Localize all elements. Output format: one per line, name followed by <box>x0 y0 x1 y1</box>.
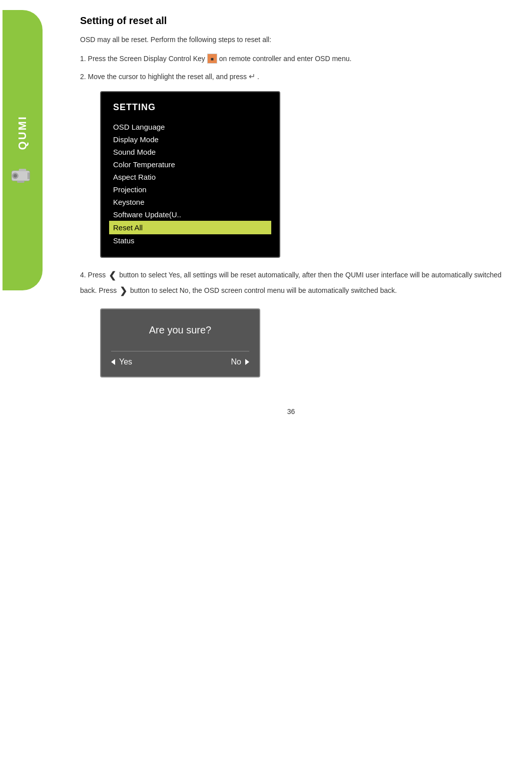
step4-part1: 4. Press <box>80 271 106 279</box>
main-content: Setting of reset all OSD may all be rese… <box>50 0 532 456</box>
confirm-buttons: Yes No <box>111 351 249 366</box>
screen-display-control-key-icon: ■ <box>207 54 217 64</box>
osd-item-keystone: Keystone <box>113 196 267 208</box>
osd-item-display-mode: Display Mode <box>113 133 267 146</box>
osd-item-color-temperature: Color Temperature <box>113 158 267 171</box>
osd-item-osd-language: OSD Language <box>113 121 267 133</box>
confirm-dialog: Are you sure? Yes No <box>100 308 260 377</box>
step1-prefix: 1. Press the Screen Display Control Key <box>80 53 205 64</box>
svg-rect-6 <box>17 181 25 183</box>
page-number: 36 <box>80 408 502 426</box>
svg-point-2 <box>14 174 17 177</box>
osd-item-projection: Projection <box>113 183 267 196</box>
osd-item-sound-mode: Sound Mode <box>113 146 267 158</box>
osd-menu-title: SETTING <box>113 102 267 113</box>
brand-name: QUMI <box>16 115 29 150</box>
confirm-question: Are you sure? <box>111 324 249 336</box>
step1-suffix: on remote controller and enter OSD menu. <box>219 53 352 64</box>
left-bracket-icon: ❮ <box>109 268 116 283</box>
osd-item-status: Status <box>113 234 267 247</box>
step2-suffix: . <box>257 71 259 82</box>
page-title: Setting of reset all <box>80 15 502 27</box>
sidebar: QUMI <box>0 0 45 300</box>
no-label: No <box>231 357 241 366</box>
yes-arrow-left-icon <box>111 359 115 365</box>
step2-text: 2. Move the cursor to highlight the rese… <box>80 70 502 83</box>
osd-item-reset-all: Reset All <box>109 221 271 234</box>
yes-label: Yes <box>119 357 132 366</box>
projector-icon <box>8 165 38 185</box>
enter-key-icon: ↵ <box>249 70 255 83</box>
right-bracket-icon: ❯ <box>120 283 127 299</box>
confirm-no-option: No <box>231 357 249 366</box>
step4-text: 4. Press ❮ button to select Yes, all set… <box>80 268 502 298</box>
svg-rect-3 <box>19 169 27 171</box>
confirm-yes-option: Yes <box>111 357 132 366</box>
qumi-logo-circle: QUMI <box>3 10 43 290</box>
step4-part3: button to select No, the OSD screen cont… <box>130 286 397 294</box>
no-arrow-right-icon <box>245 359 249 365</box>
osd-menu-screen: SETTING OSD Language Display Mode Sound … <box>100 91 280 258</box>
osd-item-software-update: Software Update(U.. <box>113 208 267 221</box>
osd-item-aspect-ratio: Aspect Ratio <box>113 171 267 183</box>
step1-text: 1. Press the Screen Display Control Key … <box>80 53 502 64</box>
step2-prefix: 2. Move the cursor to highlight the rese… <box>80 71 247 82</box>
intro-text: OSD may all be reset. Perform the follow… <box>80 35 502 45</box>
